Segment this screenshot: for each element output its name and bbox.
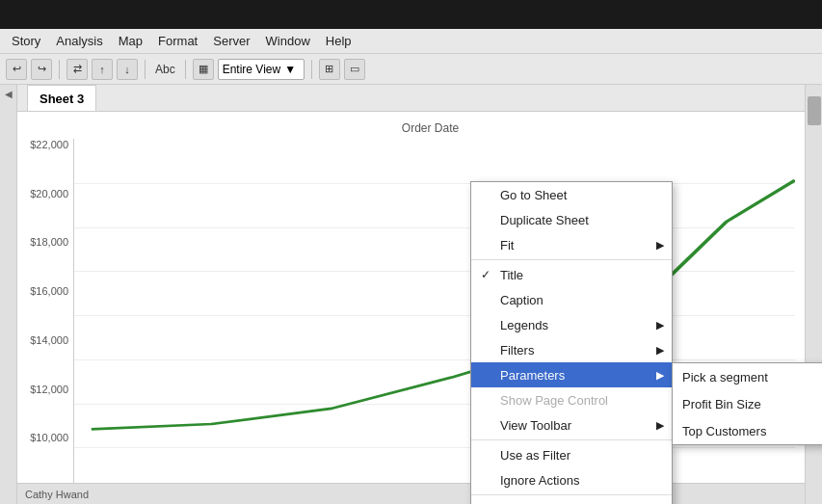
y-axis: Profit $22,000 $20,000 $18,000 $16,000 $… [17, 139, 73, 492]
y-val-2: $20,000 [30, 188, 68, 199]
ctx-legends-label: Legends [500, 318, 548, 332]
sheet-tab-label: Sheet 3 [40, 92, 84, 106]
sort-asc-button[interactable]: ↑ [92, 59, 113, 80]
view-dropdown[interactable]: Entire View ▼ [218, 59, 305, 80]
ctx-sep-1 [471, 259, 672, 260]
arrow-parameters: ▶ [656, 369, 664, 382]
menu-server[interactable]: Server [205, 32, 257, 50]
menu-window[interactable]: Window [258, 32, 318, 50]
view-dropdown-arrow: ▼ [284, 63, 296, 76]
menu-bar: Story Analysis Map Format Server Window … [0, 29, 822, 54]
submenu-top-customers[interactable]: Top Customers [673, 417, 822, 444]
redo-button[interactable]: ↪ [31, 59, 52, 80]
ctx-fit[interactable]: Fit ▶ [471, 232, 672, 257]
person-label: Cathy Hwand [25, 489, 89, 500]
menu-format[interactable]: Format [150, 32, 205, 50]
y-val-7: $10,000 [30, 432, 68, 443]
ctx-parameters-label: Parameters [500, 368, 565, 383]
ctx-filters-label: Filters [500, 343, 534, 358]
submenu-pick-segment[interactable]: Pick a segment [673, 363, 822, 390]
ctx-show-page-control: Show Page Control [471, 387, 672, 412]
toolbar-sep-1 [59, 60, 60, 79]
y-val-4: $16,000 [30, 285, 68, 297]
submenu-profit-bin-label: Profit Bin Size [682, 397, 761, 411]
ctx-sep-2 [471, 439, 672, 440]
ctx-ignore-actions-label: Ignore Actions [500, 473, 579, 488]
left-strip: ◀ [0, 85, 17, 504]
top-bar [0, 0, 822, 29]
ctx-caption-label: Caption [500, 293, 544, 307]
submenu-pick-segment-label: Pick a segment [682, 370, 768, 385]
app-area: Story Analysis Map Format Server Window … [0, 29, 822, 504]
view-dropdown-label: Entire View [223, 63, 280, 76]
ctx-ignore-actions[interactable]: Ignore Actions [471, 467, 672, 492]
scrollbar-thumb[interactable] [808, 96, 821, 125]
ctx-fit-label: Fit [500, 238, 514, 252]
context-menu: Go to Sheet Duplicate Sheet Fit ▶ ✓ Titl… [470, 181, 673, 504]
ctx-legends[interactable]: Legends ▶ [471, 312, 672, 337]
parameters-submenu: Pick a segment Profit Bin Size Top Custo… [672, 362, 822, 445]
submenu-top-customers-label: Top Customers [682, 424, 766, 438]
y-val-5: $14,000 [30, 334, 68, 346]
y-val-6: $12,000 [30, 384, 68, 395]
menu-analysis[interactable]: Analysis [48, 32, 110, 50]
toolbar-sep-2 [145, 60, 146, 79]
ctx-view-toolbar[interactable]: View Toolbar ▶ [471, 412, 672, 438]
bar-chart-button[interactable]: ▦ [193, 59, 214, 80]
check-title: ✓ [481, 268, 496, 281]
ctx-parameters[interactable]: Parameters ▶ Pick a segment Profit Bin S… [471, 362, 672, 387]
swap-button[interactable]: ⇄ [66, 59, 88, 80]
submenu-profit-bin[interactable]: Profit Bin Size [673, 390, 822, 417]
ctx-title-label: Title [500, 268, 523, 282]
ctx-caption[interactable]: Caption [471, 287, 672, 312]
ctx-view-toolbar-label: View Toolbar [500, 418, 571, 433]
ctx-filters[interactable]: Filters ▶ [471, 337, 672, 362]
ctx-show-page-control-label: Show Page Control [500, 393, 608, 408]
ctx-duplicate-sheet-label: Duplicate Sheet [500, 213, 589, 227]
toolbar-sep-4 [311, 60, 312, 79]
ctx-use-as-filter-label: Use as Filter [500, 448, 570, 463]
menu-help[interactable]: Help [318, 32, 359, 50]
y-val-1: $22,000 [30, 139, 68, 150]
ctx-go-to-sheet[interactable]: Go to Sheet [471, 182, 672, 207]
ctx-use-as-filter[interactable]: Use as Filter [471, 442, 672, 467]
menu-story[interactable]: Story [4, 32, 48, 50]
chart-title: Order Date [66, 121, 795, 135]
arrow-fit: ▶ [656, 239, 664, 252]
sheet-header: Sheet 3 [17, 85, 805, 112]
abc-label: Abc [152, 63, 178, 76]
y-val-3: $18,000 [30, 236, 68, 248]
undo-button[interactable]: ↩ [6, 59, 27, 80]
arrow-filters: ▶ [656, 344, 664, 357]
toolbar: ↩ ↪ ⇄ ↑ ↓ Abc ▦ Entire View ▼ ⊞ ▭ [0, 54, 822, 85]
content-area: ◀ Sheet 3 Order Date Profit $22,000 $20,… [0, 85, 822, 504]
left-collapse-arrow[interactable]: ◀ [5, 89, 13, 99]
ctx-sep-3 [471, 494, 672, 495]
ctx-duplicate-sheet[interactable]: Duplicate Sheet [471, 207, 672, 232]
bottom-status-bar: Cathy Hwand [17, 483, 805, 504]
arrow-view-toolbar: ▶ [656, 419, 664, 432]
ctx-title[interactable]: ✓ Title [471, 262, 672, 287]
y-axis-label: Profit [17, 304, 18, 329]
present-button[interactable]: ▭ [344, 59, 365, 80]
ctx-floating[interactable]: Floating [471, 497, 672, 504]
menu-map[interactable]: Map [111, 32, 150, 50]
sort-desc-button[interactable]: ↓ [117, 59, 138, 80]
ctx-go-to-sheet-label: Go to Sheet [500, 188, 567, 202]
fit-button[interactable]: ⊞ [319, 59, 340, 80]
toolbar-sep-3 [185, 60, 186, 79]
arrow-legends: ▶ [656, 319, 664, 332]
sheet-tab-sheet3[interactable]: Sheet 3 [27, 85, 96, 111]
